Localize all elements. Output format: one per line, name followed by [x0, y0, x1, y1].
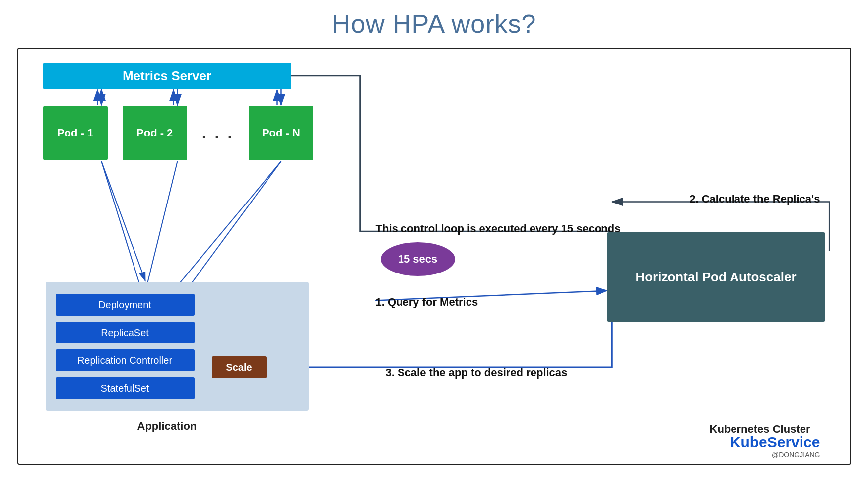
pod-2-label: Pod - 2 [136, 127, 173, 139]
scale-label: Scale [226, 362, 252, 373]
label-calculate: 2. Calculate the Replica's [689, 193, 820, 205]
app-label: Application [137, 420, 197, 433]
label-scale: 3. Scale the app to desired replicas [386, 366, 568, 379]
label-control-loop: This control loop is executed every 15 s… [376, 222, 621, 235]
replication-controller-btn: Replication Controller [56, 349, 195, 371]
secs-oval: 15 secs [381, 242, 455, 276]
pod-2-box: Pod - 2 [123, 106, 187, 160]
metrics-server-label: Metrics Server [123, 68, 211, 84]
hpa-box: Horizontal Pod Autoscaler [607, 232, 825, 322]
pod-n-label: Pod - N [262, 127, 300, 139]
main-diagram: Metrics Server Pod - 1 Pod - 2 . . . Pod… [17, 48, 851, 465]
hpa-label: Horizontal Pod Autoscaler [635, 270, 796, 285]
replicaset-btn: ReplicaSet [56, 322, 195, 343]
pod-1-box: Pod - 1 [43, 106, 108, 160]
svg-line-12 [101, 161, 145, 303]
app-sub-box: Deployment ReplicaSet Replication Contro… [46, 282, 309, 411]
pods-row: Pod - 1 Pod - 2 . . . Pod - N [36, 106, 321, 160]
secs-label: 15 secs [398, 253, 438, 266]
deployment-btn: Deployment [56, 294, 195, 316]
statefulset-btn: StatefulSet [56, 377, 195, 399]
page-title: How HPA works? [332, 9, 536, 39]
scale-box: Scale [212, 356, 267, 378]
pod-1-label: Pod - 1 [57, 127, 93, 139]
pod-dots: . . . [202, 124, 234, 142]
metrics-server-bar: Metrics Server [43, 63, 291, 89]
pod-n-box: Pod - N [249, 106, 313, 160]
svg-line-11 [101, 161, 145, 281]
kubeservice-sub: @DONGJIANG [772, 451, 820, 459]
kubeservice-name: KubeService [730, 434, 820, 451]
kubeservice-name-text: KubeService [730, 434, 820, 450]
label-query: 1. Query for Metrics [376, 296, 478, 309]
kubeservice-logo: KubeService @DONGJIANG [730, 434, 820, 459]
svg-line-13 [145, 161, 177, 292]
